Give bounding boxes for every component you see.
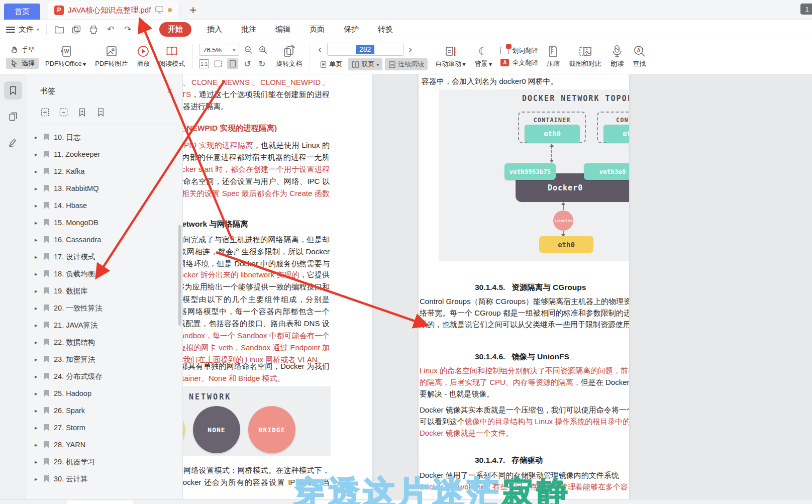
select-tool-button[interactable]: 选择 (6, 58, 39, 69)
single-page-button[interactable]: 单页 (316, 58, 346, 70)
caret-icon[interactable]: ▸ (35, 168, 39, 175)
bookmark-item[interactable]: ▸12. Kafka (35, 163, 182, 180)
bookmark-item[interactable]: ▸19. 数据库 (35, 282, 182, 299)
bookmarks-panel-icon[interactable] (4, 81, 22, 99)
signature-panel-icon[interactable] (4, 134, 22, 152)
caret-icon[interactable]: ▸ (35, 339, 39, 346)
actual-size-button[interactable]: 1:1 (199, 59, 209, 68)
caret-icon[interactable]: ▸ (35, 356, 39, 363)
tab-protect[interactable]: 保护 (344, 25, 359, 34)
tab-start[interactable]: 开始 (159, 22, 191, 37)
open-folder-icon[interactable] (54, 25, 65, 34)
bookmark-item[interactable]: ▸13. RabbitMQ (35, 180, 182, 197)
bookmark-item[interactable]: ▸22. 数据结构 (35, 334, 182, 351)
caret-icon[interactable]: ▸ (35, 254, 39, 260)
add-bookmark-icon[interactable] (77, 108, 87, 117)
zoom-in-icon[interactable] (257, 44, 268, 55)
caret-icon[interactable]: ▸ (35, 425, 39, 431)
bookmark-item[interactable]: ▸11. Zookeeper (35, 146, 182, 163)
bookmark-item[interactable]: ▸16. Cassandra (35, 231, 182, 248)
print-icon[interactable] (88, 25, 99, 34)
bookmark-item[interactable]: ▸27. Storm (35, 419, 182, 436)
tab-convert[interactable]: 转换 (378, 25, 393, 34)
bookmark-item[interactable]: ▸26. Spark (35, 402, 182, 419)
caret-icon[interactable]: ▸ (35, 305, 39, 312)
bookmark-item[interactable]: ▸15. MongoDB (35, 214, 182, 231)
read-aloud-button[interactable]: 朗读 (611, 45, 624, 68)
caret-icon[interactable]: ▸ (35, 271, 39, 277)
auto-scroll-button[interactable]: 自动滚动▾ (435, 45, 466, 68)
double-page-button[interactable]: 双页 ▾ (348, 58, 382, 70)
word-translate-button[interactable]: 划词翻译 (500, 46, 538, 55)
save-icon[interactable] (71, 25, 82, 34)
continuous-read-button[interactable]: 连续阅读 (385, 58, 428, 70)
caret-icon[interactable]: ▸ (35, 288, 39, 294)
bookmark-item[interactable]: ▸14. Hbase (35, 197, 182, 214)
bookmark-item[interactable]: ▸17. 设计模式 (35, 248, 182, 265)
bookmark-item[interactable]: ▸20. 一致性算法 (35, 299, 182, 317)
previous-page-icon[interactable]: ‹ (316, 44, 323, 55)
bookmark-item[interactable]: ▸21. JAVA算法 (35, 317, 182, 334)
full-translate-button[interactable]: A 全文翻译 (500, 58, 538, 67)
thumbnails-panel-icon[interactable] (4, 108, 22, 126)
pdf-to-office-button[interactable]: W PDF转Office▾ (45, 45, 86, 68)
caret-icon[interactable]: ▸ (35, 459, 39, 465)
bookmark-item[interactable]: ▸18. 负载均衡 (35, 265, 182, 282)
rotate-left-icon[interactable]: ↺ (242, 58, 253, 69)
caret-icon[interactable]: ▸ (35, 476, 39, 482)
rotate-right-icon[interactable]: ↻ (256, 58, 267, 69)
fit-page-icon[interactable] (227, 58, 238, 69)
caret-icon[interactable]: ▸ (35, 220, 39, 226)
zoom-level-select[interactable]: 76.5% ▾ (199, 44, 239, 56)
page-number-input[interactable]: 282 (327, 43, 403, 56)
bookmark-item[interactable]: ▸10. 日志 (35, 129, 182, 146)
file-menu[interactable]: 文件 (19, 25, 34, 34)
bookmark-item[interactable]: ▸29. 机器学习 (35, 453, 182, 470)
caret-icon[interactable]: ▸ (35, 185, 39, 192)
hamburger-icon[interactable] (6, 27, 15, 33)
remove-bookmark-icon[interactable] (96, 108, 106, 117)
redo-icon[interactable]: ↷ (122, 24, 133, 35)
pdf-page-right[interactable]: 容器中，会加入到名为 docker0 网桥中。 DOCKER NETWORK T… (419, 74, 629, 504)
tab-insert[interactable]: 插入 (207, 25, 222, 34)
find-button[interactable]: A 查找 (633, 45, 646, 68)
bookmark-item[interactable]: ▸30. 云计算 (35, 470, 182, 487)
caret-icon[interactable]: ▸ (35, 322, 39, 329)
background-button[interactable]: ☾ 背景▾ (475, 45, 492, 68)
screenshot-compare-button[interactable]: 截图和对比 (569, 45, 601, 68)
caret-icon[interactable]: ▸ (35, 408, 39, 414)
status-bar-control[interactable] (296, 500, 471, 504)
corner-badge[interactable]: 1 (800, 4, 812, 15)
zoom-out-icon[interactable] (243, 44, 254, 55)
bookmark-item[interactable]: ▸28. YARN (35, 436, 182, 453)
caret-icon[interactable]: ▸ (35, 373, 39, 380)
status-bar-control[interactable] (67, 500, 133, 504)
tab-edit[interactable]: 编辑 (275, 25, 290, 34)
caret-icon[interactable]: ▸ (35, 151, 39, 158)
bookmark-item[interactable]: ▸24. 分布式缓存 (35, 368, 182, 385)
next-page-icon[interactable]: › (407, 44, 414, 55)
bookmark-item[interactable]: ▸23. 加密算法 (35, 351, 182, 368)
caret-icon[interactable]: ▸ (35, 390, 39, 397)
play-button[interactable]: 播放 (137, 45, 150, 68)
present-monitor-icon[interactable] (155, 6, 164, 14)
expand-all-icon[interactable] (40, 108, 50, 117)
caret-icon[interactable]: ▸ (35, 237, 39, 243)
fit-width-icon[interactable] (213, 58, 224, 69)
pdf-to-image-button[interactable]: PDF转图片 (95, 45, 128, 68)
caret-icon[interactable]: ▸ (35, 203, 39, 209)
tab-page[interactable]: 页面 (310, 25, 325, 34)
new-tab-button[interactable]: + (182, 1, 204, 20)
more-tools-chevron-icon[interactable]: ▾ (139, 26, 150, 33)
caret-icon[interactable]: ▸ (35, 442, 39, 448)
home-tab[interactable]: 首页 (4, 4, 40, 20)
caret-icon[interactable]: ▸ (35, 134, 39, 141)
hand-tool-button[interactable]: 手型 (6, 44, 39, 55)
file-menu-chevron-icon[interactable]: ▾ (37, 27, 39, 32)
collapse-all-icon[interactable] (59, 108, 68, 117)
read-mode-button[interactable]: 阅读模式 (159, 45, 185, 68)
bookmark-item[interactable]: ▸25. Hadoop (35, 385, 182, 402)
sidebar-scrollbar[interactable] (178, 225, 181, 326)
compress-button[interactable]: 压缩 (547, 45, 560, 68)
document-tab[interactable]: P JAVA核心知识点整理.pdf (48, 1, 178, 20)
